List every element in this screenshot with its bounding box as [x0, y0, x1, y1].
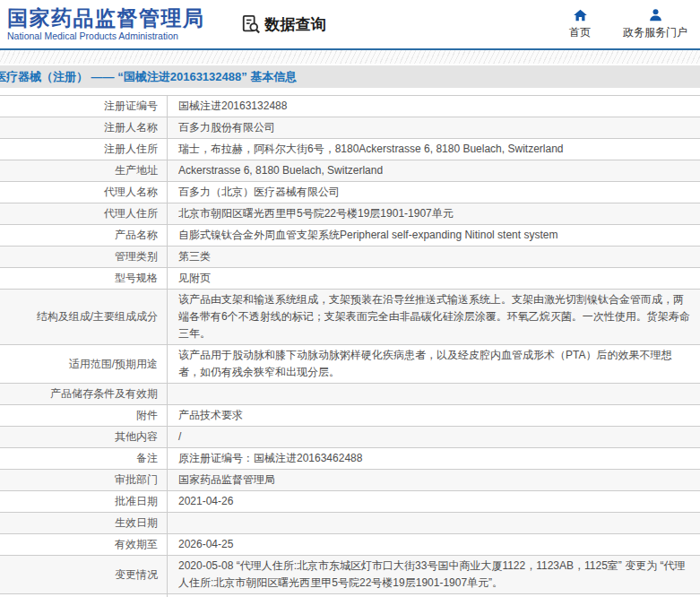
table-row: 代理人住所北京市朝阳区曙光西里甲5号院22号楼19层1901-1907单元	[0, 203, 700, 225]
row-value: 瑞士，布拉赫，阿科尔大街6号，8180Ackerstrasse 6, 8180 …	[168, 139, 700, 160]
row-label: 适用范围/预期用途	[0, 345, 168, 383]
row-label: 产品储存条件及有效期	[0, 384, 168, 404]
nav-gov-portal[interactable]: 政务服务门户	[623, 8, 687, 40]
row-value: 百多力（北京）医疗器械有限公司	[168, 182, 700, 203]
data-query-icon	[241, 14, 261, 34]
table-row: 注册证编号国械注进20163132488	[0, 96, 700, 117]
table-row: 生效日期	[0, 513, 700, 534]
user-icon	[648, 8, 663, 22]
table-row: 注册人名称百多力股份有限公司	[0, 117, 700, 139]
row-label: 批准日期	[0, 491, 168, 512]
row-label: 变更情况	[0, 556, 168, 593]
row-label: 产品名称	[0, 225, 168, 246]
nav-home-label: 首页	[569, 25, 591, 40]
row-value: 2021-04-26	[168, 491, 700, 512]
row-label: 型号规格	[0, 268, 168, 289]
row-value: 国械注进20163132488	[168, 96, 700, 117]
row-label: 生产地址	[0, 160, 168, 181]
row-value: 自膨式镍钛合金外周血管支架系统Peripheral self-expanding…	[168, 225, 700, 246]
row-label: 注册证编号	[0, 96, 168, 117]
table-row: 备注原注册证编号：国械注进20163462488	[0, 448, 700, 470]
row-value: 该产品由支架和输送系统组成，支架预装在沿导丝推送式输送系统上。支架由激光切割镍钛…	[168, 290, 700, 344]
table-row: 批准日期2021-04-26	[0, 491, 700, 513]
row-label: 注册人名称	[0, 117, 168, 138]
breadcrumb: 医疗器械（注册） —— “国械注进20163132488” 基本信息	[0, 65, 700, 88]
table-row: 其他内容/	[0, 427, 700, 448]
row-value: 第三类	[168, 247, 700, 267]
nav-home[interactable]: 首页	[560, 8, 600, 40]
row-label: 附件	[0, 405, 168, 426]
row-label: 其他内容	[0, 427, 168, 447]
row-value: 百多力股份有限公司	[168, 117, 700, 138]
logo[interactable]: 国家药品监督管理局 National Medical Products Admi…	[7, 6, 205, 42]
row-label: 备注	[0, 448, 168, 469]
table-row: 型号规格见附页	[0, 268, 700, 290]
stripe-band	[0, 50, 700, 64]
row-label: 生效日期	[0, 513, 168, 533]
table-row: 结构及组成/主要组成成分该产品由支架和输送系统组成，支架预装在沿导丝推送式输送系…	[0, 290, 700, 345]
breadcrumb-text: 医疗器械（注册） —— “国械注进20163132488” 基本信息	[0, 69, 297, 85]
row-value	[168, 513, 700, 533]
row-value: 北京市朝阳区曙光西里甲5号院22号楼19层1901-1907单元	[168, 203, 700, 224]
top-nav: 首页 政务服务门户	[560, 8, 687, 40]
row-value: 见附页	[168, 268, 700, 289]
table-row: 变更情况2020-05-08 “代理人住所:北京市东城区灯市口大街33号国中商业…	[0, 556, 700, 594]
logo-title: 国家药品监督管理局	[7, 6, 205, 30]
table-row: 代理人名称百多力（北京）医疗器械有限公司	[0, 182, 700, 203]
row-label: 结构及组成/主要组成成分	[0, 290, 168, 344]
logo-subtitle: National Medical Products Administration	[7, 30, 205, 42]
table-row: 产品名称自膨式镍钛合金外周血管支架系统Peripheral self-expan…	[0, 225, 700, 247]
table-row: 管理类别第三类	[0, 247, 700, 268]
table-row: 注册人住所瑞士，布拉赫，阿科尔大街6号，8180Ackerstrasse 6, …	[0, 139, 700, 160]
row-value	[168, 384, 700, 404]
data-query-tab[interactable]: 数据查询	[241, 14, 326, 35]
row-label: 管理类别	[0, 247, 168, 267]
row-label: 代理人名称	[0, 182, 168, 203]
home-icon	[573, 8, 588, 22]
row-label: 审批部门	[0, 470, 168, 490]
row-label: 代理人住所	[0, 203, 168, 224]
table-row: 有效期至2026-04-25	[0, 534, 700, 556]
table-row: 生产地址Ackerstrasse 6, 8180 Buelach, Switze…	[0, 160, 700, 182]
row-value: 原注册证编号：国械注进20163462488	[168, 448, 700, 469]
row-value: 该产品用于股动脉和膝下动脉动脉粥样硬化疾病患者，以及经皮腔内血管成形术（PTA）…	[168, 345, 700, 383]
row-value: /	[168, 427, 700, 447]
header: 国家药品监督管理局 National Medical Products Admi…	[0, 0, 700, 48]
row-value: 2020-05-08 “代理人住所:北京市东城区灯市口大街33号国中商业大厦11…	[168, 556, 700, 593]
spacer	[0, 88, 700, 95]
row-value: 产品技术要求	[168, 405, 700, 426]
table-row: 审批部门国家药品监督管理局	[0, 470, 700, 491]
nav-gov-portal-label: 政务服务门户	[623, 25, 687, 40]
table-row: 附件产品技术要求	[0, 405, 700, 427]
row-value: Ackerstrasse 6, 8180 Buelach, Switzerlan…	[168, 160, 700, 181]
data-query-label: 数据查询	[265, 14, 326, 35]
row-label: 注册人住所	[0, 139, 168, 160]
table-row: 产品储存条件及有效期	[0, 384, 700, 405]
row-value: 国家药品监督管理局	[168, 470, 700, 490]
info-table: 注册证编号国械注进20163132488注册人名称百多力股份有限公司注册人住所瑞…	[0, 95, 700, 597]
row-value: 2026-04-25	[168, 534, 700, 555]
table-row: 适用范围/预期用途该产品用于股动脉和膝下动脉动脉粥样硬化疾病患者，以及经皮腔内血…	[0, 345, 700, 384]
row-label: 有效期至	[0, 534, 168, 555]
